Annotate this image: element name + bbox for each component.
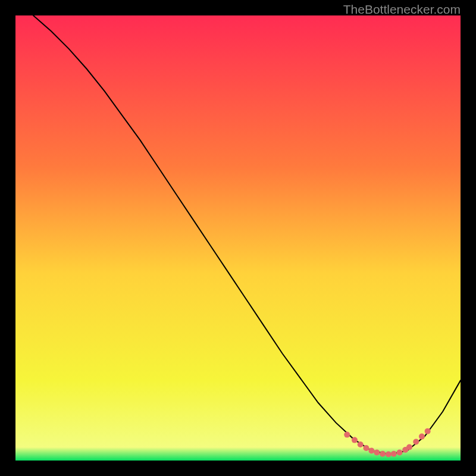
highlight-dot [368, 448, 374, 454]
highlight-dot [358, 441, 364, 447]
highlight-dot [425, 428, 431, 434]
chart-frame [15, 15, 461, 461]
gradient-background [15, 15, 461, 461]
watermark-text: TheBottlenecker.com [343, 2, 461, 17]
highlight-dot [363, 445, 369, 451]
highlight-dot [397, 450, 403, 456]
bottleneck-chart [15, 15, 461, 461]
highlight-dot [419, 434, 425, 440]
highlight-dot [386, 452, 392, 458]
highlight-dot [406, 444, 412, 450]
highlight-dot [374, 450, 380, 456]
highlight-dot [380, 451, 386, 457]
highlight-dot [352, 437, 358, 443]
highlight-dot [391, 451, 397, 457]
highlight-dot [413, 439, 419, 445]
highlight-dot [344, 432, 350, 438]
